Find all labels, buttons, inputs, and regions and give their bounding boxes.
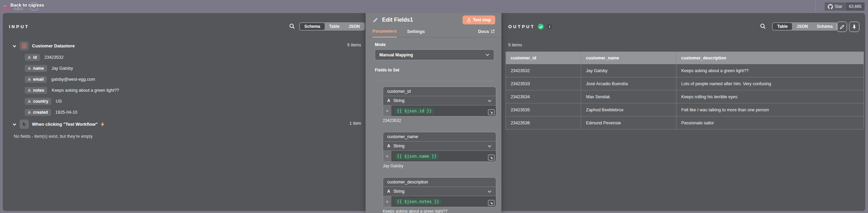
expand-expression-button[interactable] <box>488 200 495 206</box>
field-type-select[interactable]: A String <box>383 96 496 105</box>
pin-icon <box>852 24 857 30</box>
field-type-select[interactable]: A String <box>383 187 496 196</box>
expression-text[interactable]: {{ $json.name }} <box>395 153 439 159</box>
mode-label: Mode <box>375 42 494 47</box>
cell-customer-description: Passionate sailor <box>676 116 864 130</box>
output-items-count: 5 items <box>508 43 522 47</box>
field-key-pill[interactable]: Aname <box>25 65 47 72</box>
tab-parameters[interactable]: Parameters <box>372 29 397 37</box>
field-to-set-block: customer_name A String = {{ $json.name }… <box>383 132 496 168</box>
column-header-customer-description[interactable]: customer_description <box>676 52 864 64</box>
schema-field-row[interactable]: Aemail gatsby@west-egg.com <box>25 75 95 83</box>
back-to-canvas-button[interactable]: ← Back to canvas <box>3 2 44 8</box>
table-row[interactable]: 23423535 Zaphod Beeblebrox Felt like I w… <box>506 103 864 116</box>
expand-expression-button[interactable] <box>488 155 495 160</box>
type-string-icon: A <box>387 189 390 194</box>
dialog-tabs: Parameters Settings Docs <box>366 29 501 37</box>
cell-customer-id: 23423535 <box>506 103 581 116</box>
github-star-widget[interactable]: Star 63,665 <box>825 2 865 11</box>
cell-customer-name: Zaphod Beeblebrox <box>581 103 676 116</box>
docs-link[interactable]: Docs <box>478 29 495 37</box>
mode-value: Manual Mapping <box>379 53 413 57</box>
expand-expression-button[interactable] <box>488 109 495 115</box>
column-header-customer-name[interactable]: customer_name <box>581 52 676 64</box>
chevron-down-icon[interactable] <box>12 123 17 126</box>
field-value-expression-input[interactable]: = {{ $json.id }} <box>383 105 496 116</box>
chevron-down-icon[interactable] <box>12 44 17 48</box>
mode-select[interactable]: Manual Mapping <box>375 49 494 60</box>
schema-field-row[interactable]: Anotes Keeps asking about a green light?… <box>25 86 119 94</box>
expression-equals-toggle[interactable]: = <box>383 196 391 207</box>
field-value: 23423532 <box>44 55 64 60</box>
input-trigger-node-row[interactable]: When clicking "Test Workflow" <box>12 120 105 129</box>
chevron-down-icon <box>487 190 492 193</box>
table-row[interactable]: 23423534 Max Sendak Keeps rolling his te… <box>506 90 864 103</box>
field-value: Keeps asking about a green light?? <box>52 88 119 93</box>
expression-preview: Jay Gatsby <box>383 164 496 168</box>
table-row[interactable]: 23423536 Edmund Pevensie Passionate sail… <box>506 116 864 130</box>
expand-icon <box>490 156 493 159</box>
expression-text[interactable]: {{ $json.id }} <box>395 108 434 114</box>
column-header-customer-id[interactable]: customer_id <box>506 52 581 64</box>
schema-field-row[interactable]: Acountry US <box>25 97 62 105</box>
type-string-icon: A <box>28 88 31 92</box>
field-value-expression-input[interactable]: = {{ $json.notes }} <box>383 196 496 207</box>
parameters-panel: Mode Manual Mapping Fields to Set custom… <box>366 37 501 213</box>
output-view-tab-table[interactable]: Table <box>773 23 792 30</box>
input-view-tab-schema[interactable]: Schema <box>300 23 325 30</box>
test-step-button[interactable]: Test step <box>463 15 495 24</box>
field-value: US <box>56 99 62 104</box>
field-key-pill[interactable]: Aemail <box>25 76 47 83</box>
edit-output-button[interactable] <box>837 22 847 32</box>
github-star-button[interactable]: Star <box>825 2 845 11</box>
field-key-pill[interactable]: Anotes <box>25 87 47 94</box>
source-node-name: Customer Datastore <box>32 43 75 48</box>
field-name-input[interactable]: customer_id <box>383 87 496 96</box>
node-title[interactable]: Edit Fields1 <box>382 17 413 23</box>
back-arrow-icon: ← <box>3 2 8 8</box>
field-key: name <box>33 66 44 71</box>
field-type-value: String <box>393 144 405 148</box>
input-view-tab-json[interactable]: JSON <box>344 23 364 30</box>
output-search-button[interactable] <box>760 23 766 31</box>
expression-equals-toggle[interactable]: = <box>383 105 391 116</box>
pin-data-button[interactable] <box>849 22 859 32</box>
manual-trigger-node-icon <box>20 120 29 129</box>
pencil-icon <box>839 24 845 30</box>
output-view-switcher: Table JSON Schema <box>772 22 838 31</box>
field-key-pill[interactable]: Acreated <box>25 109 51 116</box>
trigger-empty-message: No fields - item(s) exist, but they're e… <box>14 134 93 139</box>
schema-field-row[interactable]: Acreated 1925-04-10 <box>25 108 77 116</box>
input-source-node-row[interactable]: Customer Datastore <box>12 41 75 51</box>
tab-settings[interactable]: Settings <box>407 29 425 37</box>
cell-customer-description: Felt like I was talking to more than one… <box>676 103 864 116</box>
input-panel: INPUT Schema Table JSON 5 items <box>3 13 366 211</box>
field-name-input[interactable]: customer_description <box>383 178 496 187</box>
field-value: Jay Gatsby <box>52 66 73 71</box>
schema-field-row[interactable]: Aname Jay Gatsby <box>25 64 73 72</box>
chevron-down-icon <box>487 99 492 102</box>
expression-preview: 23423532 <box>383 118 496 123</box>
schema-field-row[interactable]: Aid 23423532 <box>25 53 64 61</box>
field-key-pill[interactable]: Aid <box>25 54 40 61</box>
output-view-tab-json[interactable]: JSON <box>792 23 812 30</box>
input-items-count: 5 items <box>347 43 361 47</box>
field-type-value: String <box>393 189 405 194</box>
expression-equals-toggle[interactable]: = <box>383 151 391 161</box>
github-star-count[interactable]: 63,665 <box>846 2 865 11</box>
field-name-input[interactable]: customer_name <box>383 132 496 142</box>
input-view-tab-table[interactable]: Table <box>325 23 344 30</box>
expression-text[interactable]: {{ $json.notes }} <box>395 199 441 205</box>
input-search-button[interactable] <box>289 23 295 31</box>
table-row[interactable]: 23423533 José Arcadio Buendía Lots of pe… <box>506 77 864 90</box>
topbar-divider <box>815 0 816 13</box>
info-icon[interactable] <box>547 24 552 29</box>
field-key-pill[interactable]: Acountry <box>25 98 51 105</box>
field-type-select[interactable]: A String <box>383 142 496 151</box>
output-view-tab-schema[interactable]: Schema <box>812 23 837 30</box>
field-value-expression-input[interactable]: = {{ $json.name }} <box>383 151 496 161</box>
external-link-icon <box>491 30 495 33</box>
table-row[interactable]: 23423532 Jay Gatsby Keeps asking about a… <box>506 64 864 77</box>
trigger-items-count: 1 item <box>349 121 361 126</box>
cell-customer-id: 23423533 <box>506 77 581 90</box>
